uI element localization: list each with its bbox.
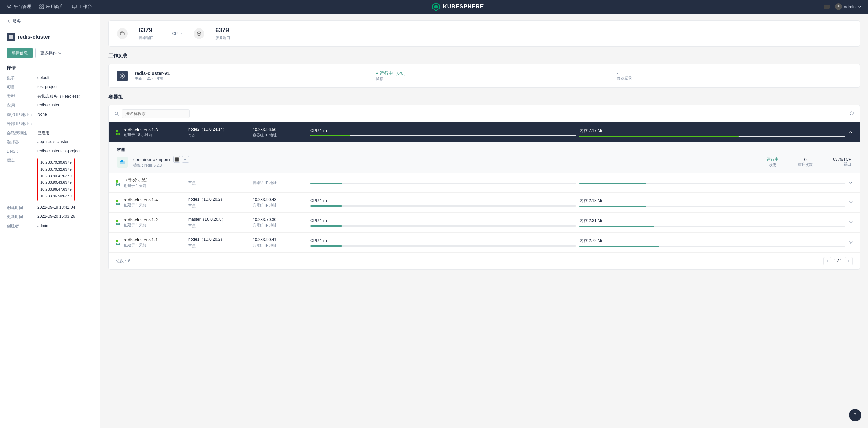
port-card: 6379 容器端口 → TCP → 6379 服务端口 xyxy=(108,20,860,47)
svg-rect-3 xyxy=(40,7,41,9)
pod-cpu-col: CPU 1 m xyxy=(310,128,576,136)
terminal-button[interactable]: ⬛ xyxy=(173,156,180,163)
service-port-item: 6379 服务端口 xyxy=(215,27,230,40)
pod-status-dots xyxy=(116,220,120,225)
pagination-controls: 1 / 1 xyxy=(823,257,853,265)
expand-icon[interactable] xyxy=(849,240,853,245)
port-container-icon xyxy=(117,28,128,39)
svg-rect-9 xyxy=(9,35,11,37)
pod-name-col: redis-cluster-v1-3 创建于 18 小时前 xyxy=(124,127,185,137)
container-port-item: 6379 容器端口 xyxy=(139,27,154,40)
back-button[interactable]: 服务 xyxy=(7,18,21,24)
svg-rect-11 xyxy=(9,37,11,39)
container-status: 运行中 状态 xyxy=(759,157,786,168)
svg-rect-12 xyxy=(11,37,13,39)
search-input[interactable] xyxy=(122,109,190,118)
workload-icon xyxy=(117,71,128,81)
nav-center: KUBESPHERE xyxy=(92,2,824,12)
resource-title: redis-cluster xyxy=(0,28,100,44)
pod-cpu-col: CPU 1 m xyxy=(310,238,576,247)
pod-row[interactable]: （部分可见） 创建于 1 天前 节点 容器组 IP 地址 xyxy=(109,173,860,193)
statefulset-icon xyxy=(119,73,125,79)
service-icon xyxy=(8,35,13,39)
container-item: container-axmpbm ⬛ ≡ 镜像：redis:6.2.3 运行中 … xyxy=(117,156,851,168)
pod-mem-col: 内存 2.18 Mi xyxy=(579,198,845,207)
port-arrow: → TCP → xyxy=(164,31,183,36)
gear-icon xyxy=(7,4,12,9)
total-count: 总数：6 xyxy=(116,258,130,264)
detail-cluster: 集群： default xyxy=(7,75,93,81)
workload-changes: - 修改记录 xyxy=(617,71,851,81)
detail-app: 应用： redis-cluster xyxy=(7,103,93,109)
workload-section-title: 工作负载 xyxy=(108,53,860,59)
container-group-title: 容器组 xyxy=(108,94,860,100)
sidebar-header: 服务 xyxy=(0,14,100,28)
admin-menu[interactable]: admin xyxy=(835,3,861,10)
pod-row[interactable]: redis-cluster-v1-4 创建于 1 天前 node1（10.0.2… xyxy=(109,193,860,213)
notification-icon[interactable] xyxy=(824,5,830,9)
nav-platform[interactable]: 平台管理 xyxy=(7,4,31,10)
pod-row[interactable]: redis-cluster-v1-2 创建于 1 天前 master（10.0.… xyxy=(109,213,860,233)
docker-icon xyxy=(119,159,126,166)
nav-workbench[interactable]: 工作台 xyxy=(72,4,92,10)
pod-node-col: 节点 xyxy=(188,180,249,186)
container-icon xyxy=(120,31,125,36)
svg-rect-5 xyxy=(72,5,76,8)
svg-rect-1 xyxy=(40,5,41,6)
fab-button[interactable]: ? xyxy=(849,409,861,421)
workload-card: redis-cluster-v1 更新于 21 小时前 ● 运行中（6/6） 状… xyxy=(108,64,860,88)
pagination: 总数：6 1 / 1 xyxy=(109,253,860,269)
svg-point-0 xyxy=(8,6,10,8)
expand-icon[interactable] xyxy=(849,220,853,225)
pod-mem-col: 内存 7.17 Mi xyxy=(579,128,845,137)
pod-mem-col xyxy=(579,181,845,184)
search-icon xyxy=(114,111,119,116)
chevron-down-icon xyxy=(849,221,853,224)
pod-name-col: redis-cluster-v1-1 创建于 1 天前 xyxy=(124,237,185,248)
chevron-down-icon xyxy=(58,52,61,54)
sidebar-actions: 编辑信息 更多操作 xyxy=(0,44,100,62)
pod-ip-col: 10.233.70.30 容器组 IP 地址 xyxy=(253,217,307,228)
more-actions-button[interactable]: 更多操作 xyxy=(35,48,66,58)
detail-external-ip: 外部 IP 地址： xyxy=(7,121,93,127)
workload-info: redis-cluster-v1 更新于 21 小时前 xyxy=(135,71,369,81)
pod-ip-col: 10.233.90.43 容器组 IP 地址 xyxy=(253,197,307,208)
svg-rect-23 xyxy=(122,161,123,162)
pod-row[interactable]: redis-cluster-v1-3 创建于 18 小时前 node2（10.0… xyxy=(109,122,860,142)
nav-appstore[interactable]: 应用商店 xyxy=(39,4,64,10)
pod-name-col: redis-cluster-v1-4 创建于 1 天前 xyxy=(124,197,185,208)
svg-rect-2 xyxy=(42,5,44,6)
collapse-icon[interactable] xyxy=(849,130,853,135)
store-icon xyxy=(39,4,44,9)
next-page-button[interactable] xyxy=(845,257,853,265)
chevron-down-icon xyxy=(849,241,853,244)
svg-rect-24 xyxy=(121,160,122,161)
chevron-down-icon xyxy=(849,181,853,184)
expand-icon[interactable] xyxy=(849,200,853,205)
logs-button[interactable]: ≡ xyxy=(182,156,189,163)
svg-point-19 xyxy=(115,112,118,115)
detail-selector: 选择器： app=redis-cluster xyxy=(7,139,93,145)
pod-cpu-col xyxy=(310,181,576,184)
detail-created-time: 创建时间： 2022-09-19 18:41:04 xyxy=(7,205,93,211)
ks-logo: KUBESPHERE xyxy=(431,2,484,12)
edit-button[interactable]: 编辑信息 xyxy=(7,48,33,58)
pod-mem-col: 内存 2.31 Mi xyxy=(579,218,845,227)
pod-name-col: （部分可见） 创建于 1 天前 xyxy=(124,177,185,188)
container-group: redis-cluster-v1-3 创建于 18 小时前 node2（10.0… xyxy=(108,105,860,270)
pod-mem-col: 内存 2.72 Mi xyxy=(579,238,845,247)
details-section: 详情 集群： default 项目： test-project 类型： 有状态服… xyxy=(0,62,100,236)
resource-icon xyxy=(7,33,15,41)
detail-endpoints: 端点： 10.233.70.30:6379 10.233.70.32:6379 … xyxy=(7,158,93,201)
pod-node-col: master（10.0.20.8） 节点 xyxy=(188,217,249,228)
pod-status-dots xyxy=(116,200,120,205)
kubesphere-logo-icon xyxy=(431,2,441,12)
workload-status: ● 运行中（6/6） 状态 xyxy=(376,70,610,81)
pod-row[interactable]: redis-cluster-v1-1 创建于 1 天前 node1（10.0.2… xyxy=(109,233,860,253)
next-icon xyxy=(847,259,850,263)
refresh-button[interactable] xyxy=(849,111,854,117)
pod-status-dots xyxy=(116,130,120,135)
prev-page-button[interactable] xyxy=(823,257,831,265)
expand-icon[interactable] xyxy=(849,180,853,185)
sidebar: 服务 redis-cluster 编辑信息 更多操作 详情 xyxy=(0,14,100,428)
